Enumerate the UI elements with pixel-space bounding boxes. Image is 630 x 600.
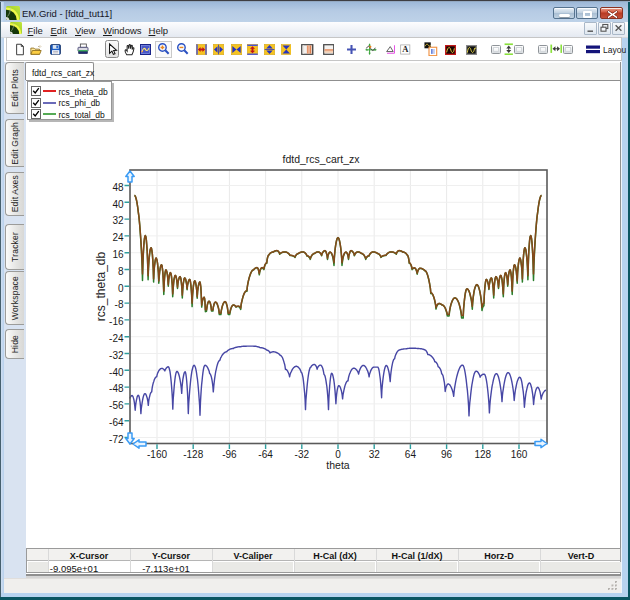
svg-text:-48: -48 — [109, 383, 124, 394]
svg-text:-72: -72 — [109, 434, 124, 445]
svg-text:32: 32 — [369, 449, 381, 460]
svg-text:-64: -64 — [258, 449, 273, 460]
svg-text:-160: -160 — [147, 449, 167, 460]
svg-text:-96: -96 — [222, 449, 237, 460]
svg-text:64: 64 — [405, 449, 417, 460]
svg-text:-32: -32 — [109, 350, 124, 361]
svg-text:-40: -40 — [109, 367, 124, 378]
svg-text:fdtd_rcs_cart_zx: fdtd_rcs_cart_zx — [282, 153, 360, 165]
svg-text:-24: -24 — [109, 333, 124, 344]
svg-text:-56: -56 — [109, 400, 124, 411]
svg-text:160: 160 — [511, 449, 528, 460]
svg-text:0: 0 — [118, 283, 124, 294]
svg-text:128: 128 — [474, 449, 491, 460]
svg-text:96: 96 — [441, 449, 453, 460]
svg-text:-8: -8 — [115, 299, 124, 310]
svg-text:rcs_theta_db: rcs_theta_db — [94, 251, 108, 321]
svg-text:-16: -16 — [109, 316, 124, 327]
svg-text:theta: theta — [326, 459, 350, 471]
svg-text:16: 16 — [112, 249, 124, 260]
svg-text:48: 48 — [112, 182, 124, 193]
svg-text:40: 40 — [112, 199, 124, 210]
svg-text:-64: -64 — [109, 417, 124, 428]
svg-text:8: 8 — [118, 266, 124, 277]
svg-text:-128: -128 — [183, 449, 203, 460]
svg-text:-32: -32 — [295, 449, 310, 460]
svg-text:24: 24 — [112, 232, 124, 243]
svg-text:32: 32 — [112, 215, 124, 226]
